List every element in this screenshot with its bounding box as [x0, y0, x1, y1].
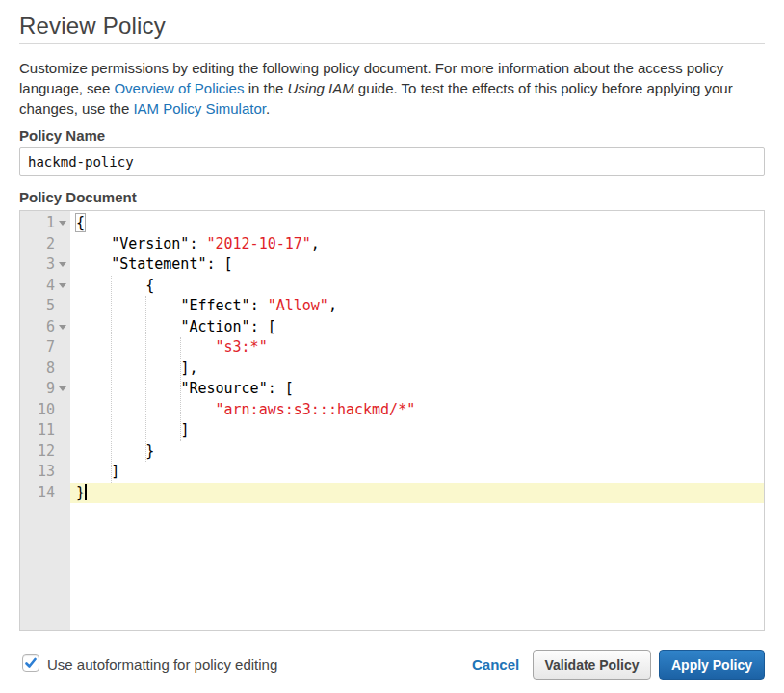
fold-arrow-icon[interactable] [55, 283, 70, 288]
title-divider [19, 43, 765, 44]
code-token: "Effect" [180, 297, 249, 314]
code-line[interactable]: "Statement": [ [70, 254, 764, 276]
code-line[interactable]: "s3:*" [70, 337, 764, 359]
policy-document-editor[interactable]: 1234567891011121314 { "Version": "2012-1… [19, 210, 765, 631]
code-token: , [328, 297, 337, 314]
code-line[interactable]: } [70, 483, 764, 504]
cancel-link[interactable]: Cancel [472, 656, 519, 673]
code-line[interactable]: "Resource": [ [70, 379, 764, 400]
editor-gutter: 1234567891011121314 [20, 211, 70, 630]
code-token: ] [180, 421, 189, 439]
code-token: "2012-10-17" [206, 235, 310, 253]
code-token: ], [180, 360, 197, 377]
code-token: "Statement" [111, 255, 206, 273]
code-token: } [76, 484, 85, 501]
code-line[interactable]: "arn:aws:s3:::hackmd/*" [70, 400, 764, 421]
autoformat-label[interactable]: Use autoformatting for policy editing [47, 656, 277, 673]
iam-policy-simulator-link[interactable]: IAM Policy Simulator [133, 100, 266, 117]
gutter-line: 7 [20, 337, 70, 359]
code-token: ] [111, 463, 119, 480]
line-number: 7 [20, 337, 55, 359]
code-line[interactable]: } [70, 441, 764, 463]
code-token: , [311, 235, 320, 253]
code-token: : [ [250, 318, 276, 335]
gutter-line: 12 [20, 441, 70, 463]
code-token: "arn:aws:s3:::hackmd/*" [216, 401, 416, 418]
code-line[interactable]: "Action": [ [70, 317, 764, 338]
line-number: 12 [20, 441, 55, 463]
code-line[interactable]: "Effect": "Allow", [70, 296, 764, 317]
code-token: { [76, 214, 85, 231]
code-line[interactable]: { [70, 276, 764, 297]
line-number: 2 [20, 234, 55, 255]
page-title: Review Policy [19, 13, 166, 40]
intro-text-2: in the [244, 80, 287, 96]
fold-arrow-icon[interactable] [55, 262, 70, 267]
code-token: "Action" [180, 318, 249, 335]
line-number: 3 [20, 254, 55, 276]
policy-document-label: Policy Document [19, 189, 137, 205]
code-token: "s3:*" [216, 338, 268, 356]
code-line[interactable]: { [70, 213, 764, 234]
code-token: : [250, 297, 268, 314]
gutter-line: 10 [20, 400, 70, 421]
code-token: "Resource" [180, 380, 267, 397]
line-number: 11 [20, 420, 55, 441]
fold-arrow-icon[interactable] [55, 325, 70, 330]
code-token: : [ [206, 255, 232, 273]
apply-policy-button[interactable]: Apply Policy [659, 650, 765, 680]
code-token: "Allow" [268, 297, 328, 314]
fold-arrow-icon[interactable] [55, 386, 70, 391]
policy-name-input[interactable] [19, 147, 765, 176]
footer-bar: Use autoformatting for policy editing Ca… [0, 644, 784, 688]
line-number: 13 [20, 462, 55, 483]
code-line[interactable]: ] [70, 462, 764, 483]
gutter-line: 11 [20, 420, 70, 441]
line-number: 8 [20, 359, 55, 380]
code-token: : [189, 235, 206, 253]
line-number: 1 [20, 213, 55, 234]
line-number: 4 [20, 276, 55, 297]
gutter-line: 6 [20, 317, 70, 338]
text-cursor [85, 484, 87, 500]
intro-paragraph: Customize permissions by editing the fol… [19, 58, 767, 119]
gutter-line: 14 [20, 483, 70, 504]
line-number: 6 [20, 317, 55, 338]
code-token: { [145, 277, 154, 294]
gutter-line: 1 [20, 213, 70, 234]
gutter-line: 9 [20, 379, 70, 400]
code-line[interactable]: "Version": "2012-10-17", [70, 234, 764, 255]
policy-name-label: Policy Name [19, 127, 105, 144]
checkmark-icon [25, 657, 37, 669]
code-line[interactable]: ] [70, 420, 764, 441]
using-iam-guide-title: Using IAM [288, 80, 354, 96]
overview-of-policies-link[interactable]: Overview of Policies [114, 80, 244, 96]
code-token: "Version" [111, 235, 189, 253]
intro-text-4: . [266, 100, 270, 117]
gutter-line: 8 [20, 359, 70, 380]
gutter-line: 13 [20, 462, 70, 483]
code-line[interactable]: ], [70, 359, 764, 380]
gutter-line: 4 [20, 276, 70, 297]
line-number: 5 [20, 296, 55, 317]
line-number: 14 [20, 483, 55, 504]
validate-policy-button[interactable]: Validate Policy [533, 650, 651, 680]
gutter-line: 5 [20, 296, 70, 317]
line-number: 9 [20, 379, 55, 400]
gutter-line: 3 [20, 254, 70, 276]
code-token: } [145, 442, 154, 460]
autoformat-checkbox[interactable] [22, 654, 39, 672]
editor-code[interactable]: { "Version": "2012-10-17", "Statement": … [70, 211, 764, 630]
gutter-line: 2 [20, 234, 70, 255]
code-token: : [ [268, 380, 294, 397]
fold-arrow-icon[interactable] [55, 221, 70, 226]
line-number: 10 [20, 400, 55, 421]
